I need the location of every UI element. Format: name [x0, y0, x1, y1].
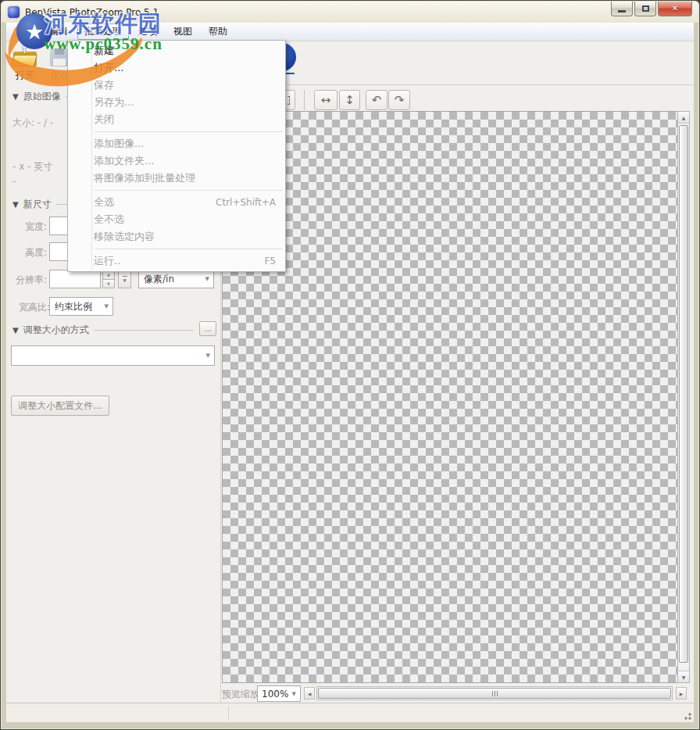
preview-zoom-combo[interactable]: 100% ▼ — [257, 685, 301, 702]
menu-item-open[interactable]: 打开... — [68, 59, 285, 77]
chevron-down-icon: ▼ — [206, 352, 210, 359]
scroll-up-icon[interactable]: ▲ — [678, 112, 689, 123]
horizontal-scrollbar[interactable] — [316, 686, 673, 700]
menu-item-save-as[interactable]: 另存为... — [68, 94, 285, 111]
collapse-triangle-icon: ▼ — [12, 326, 19, 335]
titlebar: BenVista PhotoZoom Pro 5.1 ✕ — [2, 2, 698, 23]
resize-method-combo[interactable]: ▼ — [11, 345, 215, 366]
aspect-ratio-label: 宽高比: — [19, 301, 50, 314]
menu-item-select-none[interactable]: 全不选 — [68, 211, 285, 228]
flip-horizontal-button[interactable]: ↔ — [314, 90, 338, 110]
batch-dropdown-menu: 新建 打开... 保存 另存为... 关闭 添加图像... 添加文件夹... 将… — [67, 40, 286, 272]
close-button[interactable]: ✕ — [658, 2, 692, 16]
resize-profiles-button[interactable]: 调整大小配置文件... — [11, 395, 109, 416]
menu-help[interactable]: 帮助 — [202, 23, 234, 41]
chevron-down-icon: ▼ — [105, 303, 109, 310]
menu-item-new[interactable]: 新建 — [68, 42, 285, 59]
menu-item-close[interactable]: 关闭 — [68, 111, 285, 128]
window-title: BenVista PhotoZoom Pro 5.1 — [25, 7, 159, 18]
horizontal-scroll-thumb[interactable] — [318, 688, 671, 699]
menu-item-add-images[interactable]: 添加图像... — [68, 135, 285, 152]
menu-separator — [68, 128, 285, 135]
menu-item-run[interactable]: 运行..F5 — [68, 252, 285, 270]
menubar: 文件 编辑 批量处理 选项 视图 帮助 — [6, 23, 694, 41]
preview-pane: ↔ ↕ ↶ ↷ ▲ ▼ 预览缩放: 100% ▼ — [221, 41, 694, 703]
vertical-scrollbar[interactable]: ▲ ▼ — [677, 111, 690, 683]
width-label: 宽度: — [25, 220, 47, 234]
resolution-label: 分辨率: — [16, 274, 47, 287]
flip-horizontal-icon: ↔ — [321, 93, 331, 107]
rotate-right-button[interactable]: ↷ — [388, 90, 410, 110]
original-dash-value: - — [12, 176, 16, 187]
preview-zoom-bar: 预览缩放: 100% ▼ ◀ ▶ — [221, 683, 694, 703]
maximize-icon — [642, 5, 649, 12]
menu-file[interactable]: 文件 — [7, 23, 40, 41]
resolution-spinner[interactable]: ▲▼ — [102, 270, 115, 288]
rotate-left-button[interactable]: ↶ — [366, 90, 388, 110]
open-folder-icon: ↑ — [13, 48, 37, 66]
collapse-triangle-icon: ▼ — [12, 92, 19, 101]
chevron-down-icon: ▼ — [205, 276, 209, 282]
resize-grip[interactable] — [681, 710, 691, 720]
status-bar — [6, 703, 694, 722]
scroll-right-icon[interactable]: ▶ — [676, 687, 687, 700]
scroll-left-icon[interactable]: ◀ — [304, 687, 315, 700]
shortcut-label: Ctrl+Shift+A — [216, 197, 276, 208]
menu-item-add-image-to-batch[interactable]: 将图像添加到批量处理 — [68, 170, 285, 187]
original-dimensions-value: - x - 英寸 — [12, 160, 52, 174]
app-window: BenVista PhotoZoom Pro 5.1 ✕ 文件 编辑 批量处理 … — [0, 0, 700, 730]
collapse-triangle-icon: ▼ — [12, 200, 19, 209]
aspect-ratio-combo[interactable]: 约束比例 ▼ — [49, 297, 113, 316]
menu-item-remove-selected[interactable]: 移除选定内容 — [68, 228, 285, 245]
shortcut-label: F5 — [264, 256, 276, 267]
resolution-input[interactable] — [49, 270, 101, 288]
chevron-down-icon: ▼ — [123, 277, 127, 283]
preview-canvas — [222, 111, 677, 683]
original-size-value: 大小: - / - — [12, 116, 53, 130]
menu-item-select-all[interactable]: 全选Ctrl+Shift+A — [68, 194, 285, 211]
minimize-button[interactable] — [611, 2, 633, 16]
spin-down-icon[interactable]: ▼ — [102, 280, 115, 289]
resolution-dropdown-button[interactable]: ▼ — [118, 270, 131, 288]
menu-item-save[interactable]: 保存 — [68, 77, 285, 94]
app-icon — [8, 6, 20, 18]
vertical-scroll-thumb[interactable] — [679, 125, 688, 663]
menu-edit[interactable]: 编辑 — [42, 23, 75, 41]
image-toolbar: ↔ ↕ ↶ ↷ — [221, 84, 694, 111]
save-floppy-icon — [50, 48, 69, 66]
section-resize-method[interactable]: ▼ 调整大小的方式 — [12, 324, 194, 337]
menu-separator — [68, 187, 285, 194]
flip-vertical-icon: ↕ — [345, 93, 355, 107]
menu-batch[interactable]: 批量处理 — [77, 23, 129, 40]
rotate-left-icon: ↶ — [372, 93, 382, 107]
resolution-unit-combo[interactable]: 像素/in ▼ — [138, 270, 214, 288]
maximize-button[interactable] — [634, 2, 656, 16]
menu-item-add-folder[interactable]: 添加文件夹... — [68, 152, 285, 170]
minimize-icon — [618, 10, 626, 13]
open-button[interactable]: ↑ 打开 — [9, 45, 41, 82]
flip-vertical-button[interactable]: ↕ — [339, 90, 360, 110]
resize-method-more-button[interactable]: ... — [199, 321, 216, 336]
height-label: 高度: — [25, 246, 47, 259]
chevron-down-icon: ▼ — [292, 691, 296, 697]
menu-separator — [68, 245, 285, 252]
rotate-right-icon: ↷ — [395, 93, 405, 107]
menu-options[interactable]: 选项 — [131, 23, 164, 41]
scroll-down-icon[interactable]: ▼ — [678, 671, 689, 682]
close-icon: ✕ — [672, 5, 678, 13]
menu-view[interactable]: 视图 — [166, 23, 199, 41]
